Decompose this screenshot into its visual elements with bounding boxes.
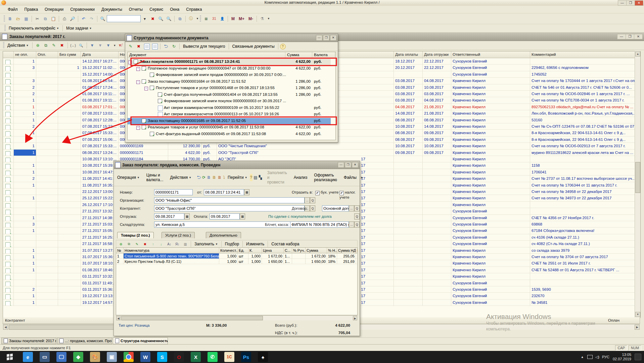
cell[interactable] bbox=[394, 189, 423, 195]
files-button[interactable]: Файлы bbox=[342, 174, 359, 180]
help-icon[interactable]: ? bbox=[280, 44, 286, 49]
cell[interactable] bbox=[423, 260, 451, 267]
cell[interactable] bbox=[3, 267, 14, 273]
scroll-left-icon[interactable]: ◀ bbox=[116, 316, 121, 320]
cell[interactable] bbox=[58, 215, 81, 221]
cell[interactable]: 2 bbox=[14, 123, 36, 130]
table-settings-icon[interactable]: ▤ bbox=[253, 174, 258, 181]
tab-Услуги (2 поз.)[interactable]: Услуги (2 поз.) bbox=[162, 232, 195, 238]
items-column-header[interactable]: Сумма bbox=[306, 248, 327, 253]
cell[interactable] bbox=[394, 182, 423, 189]
cell[interactable]: Сухоруков Евгений bbox=[451, 241, 530, 247]
sort-za-icon[interactable]: Я↕ bbox=[174, 240, 181, 248]
tree-collapse-icon[interactable]: − bbox=[136, 126, 140, 130]
cell[interactable]: Кравченко Кирилл bbox=[451, 123, 530, 130]
search-input[interactable] bbox=[107, 15, 141, 22]
goto-button[interactable]: Перейти▼ bbox=[226, 174, 249, 180]
cell[interactable] bbox=[530, 208, 635, 214]
cell[interactable]: 69868 bbox=[530, 221, 635, 228]
ruler-icon[interactable]: ▥ bbox=[182, 240, 189, 248]
order-form-window[interactable]: Заказ покупателя: продажа, комиссия. Про… bbox=[113, 161, 360, 336]
items-column-header[interactable]: № bbox=[116, 248, 124, 253]
cell[interactable] bbox=[530, 58, 635, 65]
cell[interactable] bbox=[58, 104, 81, 110]
change-button[interactable]: Изменить bbox=[244, 241, 266, 247]
item-cell[interactable] bbox=[356, 253, 358, 259]
menu-Справочники[interactable]: Справочники bbox=[67, 6, 98, 12]
cell[interactable]: Сухоруков Евгений bbox=[451, 71, 530, 78]
maximize-button[interactable]: ❐ bbox=[323, 35, 329, 41]
tree-row[interactable]: −Заказ поставщику 00000001684 от 09.08.2… bbox=[128, 79, 331, 85]
paste-icon[interactable]: 📋 bbox=[50, 15, 57, 23]
cell[interactable] bbox=[36, 241, 58, 247]
edit-pencil-icon[interactable]: ✎ bbox=[133, 240, 141, 248]
cell[interactable]: 03.08.2017 bbox=[394, 78, 423, 84]
menu-Сервис[interactable]: Сервис bbox=[146, 6, 166, 12]
cell[interactable] bbox=[394, 71, 423, 78]
cell[interactable] bbox=[36, 150, 58, 156]
cell[interactable] bbox=[36, 208, 58, 214]
cell[interactable] bbox=[3, 293, 14, 299]
computer-icon[interactable]: 🖵 bbox=[56, 352, 66, 362]
cell[interactable]: 12 390,00 bbox=[168, 143, 202, 149]
cell[interactable] bbox=[36, 143, 58, 149]
cell[interactable] bbox=[394, 156, 423, 162]
cell[interactable] bbox=[3, 254, 14, 260]
cell[interactable]: Счет на оплату № 1703444 от 1 августа 20… bbox=[530, 78, 635, 84]
delete-icon[interactable]: ✖ bbox=[135, 43, 142, 50]
cell[interactable] bbox=[394, 299, 423, 306]
cell[interactable] bbox=[394, 241, 423, 247]
actions-button[interactable]: Действия▼ bbox=[5, 42, 31, 48]
cell[interactable] bbox=[3, 97, 14, 104]
cell[interactable] bbox=[36, 156, 58, 162]
cell[interactable]: Сухоруков Евгений bbox=[451, 228, 530, 234]
cell[interactable] bbox=[36, 293, 58, 299]
photoshop-icon[interactable]: Ps bbox=[241, 352, 251, 362]
cell[interactable]: Счет № Сч-ОПТ-123476 от 07.08.17 СЧЕТ № … bbox=[530, 123, 635, 130]
cell[interactable] bbox=[423, 228, 451, 234]
save-icon[interactable]: ▦ bbox=[22, 15, 30, 23]
item-cell[interactable]: 1,000 bbox=[219, 253, 238, 259]
items-column-header[interactable]: % Н... bbox=[327, 248, 337, 253]
cell[interactable]: Кравченко Кирилл bbox=[451, 182, 530, 189]
cell[interactable]: 03.08.2017 bbox=[394, 97, 423, 104]
cell[interactable]: Кравченко Кирилл bbox=[451, 254, 530, 260]
cell[interactable] bbox=[3, 104, 14, 110]
cell[interactable]: 27.11.2017 13:32:... bbox=[81, 208, 119, 214]
edit-pencil-icon[interactable]: ✎ bbox=[127, 43, 134, 50]
mdi-tab-2[interactable]: Структура подчиненности д... bbox=[113, 337, 168, 344]
move-up-icon[interactable]: ↑ bbox=[149, 240, 157, 248]
cell[interactable]: Кравченко Кирилл bbox=[451, 169, 530, 175]
cell[interactable] bbox=[58, 156, 81, 162]
paint-icon[interactable]: 🎨 bbox=[90, 352, 100, 362]
date-input[interactable]: 08.08.2017 13:24:41 bbox=[204, 189, 244, 195]
cell[interactable] bbox=[3, 156, 14, 162]
calendar-icon[interactable]: ▦ bbox=[184, 213, 190, 219]
cell[interactable]: 01.08.2017 19:11:... bbox=[81, 91, 119, 97]
items-column-header[interactable]: % Руч... bbox=[292, 248, 306, 253]
cell[interactable] bbox=[36, 267, 58, 273]
calendar-icon[interactable]: ▦ bbox=[244, 189, 249, 195]
cell[interactable]: 07.08.2017 12:28:... bbox=[81, 117, 119, 123]
cell[interactable] bbox=[58, 97, 81, 104]
cell[interactable] bbox=[36, 91, 58, 97]
cell[interactable] bbox=[36, 260, 58, 267]
cell[interactable] bbox=[423, 189, 451, 195]
cell[interactable] bbox=[58, 293, 81, 299]
cell[interactable]: 1539, 5690 bbox=[530, 286, 635, 293]
cell[interactable]: 10.08.2017 bbox=[394, 123, 423, 130]
list-vertical-scrollbar[interactable]: ▲ ▼ bbox=[635, 51, 640, 317]
cell[interactable]: 1 bbox=[14, 150, 36, 156]
cell[interactable] bbox=[394, 254, 423, 260]
cell[interactable]: 1 bbox=[14, 162, 36, 169]
cell[interactable]: Сухоруков Евгений bbox=[451, 234, 530, 241]
cell[interactable]: 1 bbox=[14, 228, 36, 234]
item-cell[interactable]: 1,000 bbox=[248, 259, 262, 264]
cell[interactable]: 2 bbox=[14, 286, 36, 293]
cell[interactable]: Кравченко Кирилл bbox=[451, 189, 530, 195]
cell[interactable] bbox=[36, 78, 58, 84]
mdi-tab-1[interactable]: ...: продажа, комиссия. Про... bbox=[57, 337, 112, 344]
form-horizontal-scrollbar[interactable]: ◀▶ bbox=[116, 315, 358, 320]
tree-row[interactable]: Формирование записей книги продаж 000000… bbox=[128, 72, 331, 79]
cell[interactable] bbox=[423, 71, 451, 78]
